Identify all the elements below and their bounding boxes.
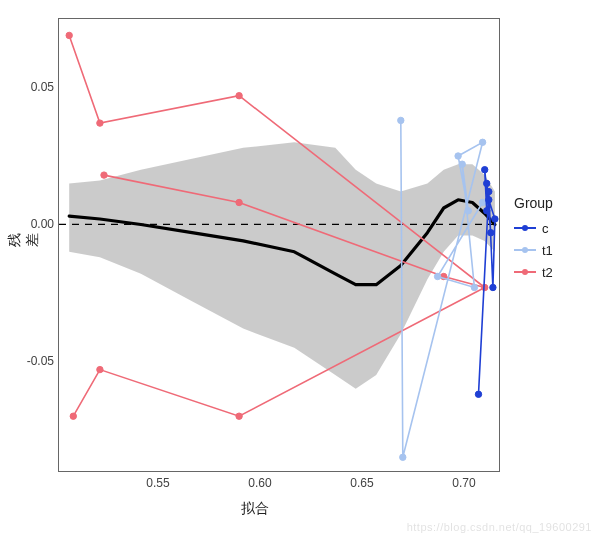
series-point-t2: [66, 32, 72, 38]
legend-item-t2: t2: [514, 261, 594, 283]
plot-svg: [59, 19, 499, 471]
y-axis-label: 残差: [6, 230, 42, 250]
legend-item-c: c: [514, 217, 594, 239]
series-point-t1: [398, 117, 404, 123]
legend-label: t1: [542, 243, 553, 258]
series-point-t2: [236, 93, 242, 99]
legend-label: c: [542, 221, 549, 236]
series-point-t1: [459, 161, 465, 167]
legend: Group c t1 t2: [514, 195, 594, 283]
y-tick-label: -0.05: [14, 354, 54, 368]
series-point-t2: [70, 413, 76, 419]
series-point-t2: [236, 199, 242, 205]
legend-key-icon: [514, 220, 536, 236]
legend-item-t1: t1: [514, 239, 594, 261]
series-point-t1: [479, 199, 485, 205]
series-point-t2: [97, 120, 103, 126]
chart-frame: 残差 拟合 0.05 0.00 -0.05 0.55 0.60 0.65 0.7…: [0, 0, 600, 537]
series-point-t1: [434, 273, 440, 279]
series-point-c: [475, 391, 481, 397]
series-point-t1: [471, 284, 477, 290]
series-point-t2: [97, 366, 103, 372]
y-tick-label: 0.05: [14, 80, 54, 94]
series-point-c: [490, 284, 496, 290]
series-point-t2: [236, 413, 242, 419]
plot-area: [58, 18, 500, 472]
confidence-ribbon: [69, 142, 495, 388]
y-tick-label: 0.00: [14, 217, 54, 231]
series-point-t1: [400, 454, 406, 460]
series-point-c: [488, 230, 494, 236]
series-point-c: [486, 197, 492, 203]
series-point-c: [492, 216, 498, 222]
x-tick-label: 0.55: [138, 476, 178, 490]
x-axis-label: 拟合: [215, 500, 295, 518]
series-point-t1: [455, 153, 461, 159]
series-point-t1: [479, 139, 485, 145]
x-tick-label: 0.60: [240, 476, 280, 490]
series-point-c: [486, 188, 492, 194]
x-tick-label: 0.65: [342, 476, 382, 490]
series-point-c: [482, 167, 488, 173]
legend-key-icon: [514, 264, 536, 280]
legend-label: t2: [542, 265, 553, 280]
x-tick-label: 0.70: [444, 476, 484, 490]
legend-title: Group: [514, 195, 594, 211]
legend-key-icon: [514, 242, 536, 258]
series-point-t1: [465, 208, 471, 214]
series-point-c: [484, 208, 490, 214]
series-point-c: [484, 180, 490, 186]
series-point-t2: [101, 172, 107, 178]
watermark: https://blog.csdn.net/qq_19600291: [407, 521, 592, 533]
